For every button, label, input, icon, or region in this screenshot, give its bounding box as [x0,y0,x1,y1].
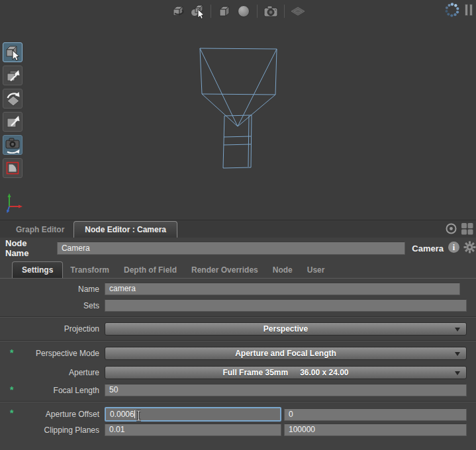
clipping-far-input[interactable]: 100000 [284,424,467,436]
tab-graph-editor[interactable]: Graph Editor [7,222,73,238]
tab-node[interactable]: Node [265,263,300,278]
aperture-dropdown[interactable]: Full Frame 35mm 36.00 x 24.00 [105,366,467,379]
sphere-icon[interactable] [236,3,252,19]
camera-orbit-tool[interactable] [3,135,23,155]
camera-icon[interactable] [263,3,279,19]
info-icon[interactable]: i [448,241,460,256]
node-type-label: Camera [412,244,444,253]
clipping-planes-label: Clipping Planes [0,426,99,435]
row-aperture: Aperture Full Frame 35mm 36.00 x 24.00 [0,366,476,379]
projection-dropdown[interactable]: Perspective [105,322,467,336]
plane-icon[interactable] [290,3,306,19]
node-name-label: Node Name [5,238,52,258]
tab-settings[interactable]: Settings [12,261,63,278]
row-projection: Projection Perspective [0,322,476,336]
toolbar-divider [284,5,285,18]
status-corner [444,2,473,21]
node-name-input[interactable]: Camera [57,242,405,255]
pause-icon[interactable] [464,3,473,19]
separator [0,316,476,318]
chevron-down-icon [455,371,460,375]
name-label: Name [0,285,99,294]
top-toolbar [0,1,476,21]
separator [0,401,476,402]
select-tool[interactable] [3,42,23,62]
focal-length-label: Focal Length [0,386,99,395]
tab-node-editor[interactable]: Node Editor : Camera [73,221,177,238]
select-objects-icon[interactable] [189,3,205,19]
focal-length-input[interactable]: 50 [105,384,467,396]
clipping-near-input[interactable]: 0.01 [105,424,281,436]
render-region-tool[interactable] [3,158,23,178]
row-clipping-planes: Clipping Planes 0.01 100000 [0,424,476,436]
rotate-tool[interactable] [3,89,23,109]
sets-label: Sets [0,301,99,310]
projection-value: Perspective [263,324,308,334]
aperture-offset-label: Aperture Offset [0,410,99,419]
toolbar-divider [211,5,211,18]
tab-transform[interactable]: Transform [63,263,117,278]
panel-tab-bar: Graph Editor Node Editor : Camera [0,220,476,238]
node-editor-panel: Graph Editor Node Editor : Camera Node N… [0,220,476,450]
cube-orbit-icon[interactable] [170,3,186,19]
row-aperture-offset: * Aperture Offset 0.0006 0 [0,407,476,422]
scale-tool[interactable] [3,112,23,132]
grid-icon[interactable] [461,222,473,238]
viewport-3d[interactable] [0,0,476,220]
toolbar-divider [257,5,258,18]
target-icon[interactable] [445,222,457,238]
perspective-mode-dropdown[interactable]: Aperture and Focal Length [105,347,467,360]
row-sets: Sets [0,299,476,312]
tab-user[interactable]: User [300,263,332,278]
row-name: Name camera [0,283,476,295]
separator [0,340,476,341]
node-name-row: Node Name Camera Camera i [0,238,476,259]
perspective-mode-label: Perspective Mode [0,349,99,358]
sets-input[interactable] [105,299,467,312]
aperture-offset-x-input[interactable]: 0.0006 [105,407,281,422]
aperture-offset-y-input[interactable]: 0 [284,408,467,421]
aperture-offset-x-value: 0.0006 [110,410,134,419]
translate-tool[interactable] [3,66,23,85]
animated-marker: * [10,408,13,418]
aperture-size-value: 36.00 x 24.00 [300,368,348,377]
projection-label: Projection [0,324,99,334]
tool-sidebar [3,42,23,178]
chevron-down-icon [455,328,460,332]
aperture-preset-value: Full Frame 35mm [222,368,288,377]
settings-form: Name camera Sets Projection Perspective … [0,279,476,436]
gear-icon[interactable] [463,241,476,256]
row-perspective-mode: * Perspective Mode Aperture and Focal Le… [0,347,476,360]
row-focal-length: * Focal Length 50 [0,384,476,396]
cube-icon[interactable] [216,3,232,19]
animated-marker: * [10,347,13,358]
perspective-mode-value: Aperture and Focal Length [235,349,336,358]
aperture-label: Aperture [0,368,99,377]
tab-depth-of-field[interactable]: Depth of Field [117,263,184,278]
camera-wireframe [185,40,291,172]
chevron-down-icon [455,352,460,356]
animated-marker: * [10,384,13,395]
section-tab-bar: Settings Transform Depth of Field Render… [0,259,476,279]
axis-gizmo-icon [3,190,30,216]
tab-render-overrides[interactable]: Render Overrides [184,263,265,278]
loading-spinner-icon [444,2,460,21]
name-input[interactable]: camera [105,283,460,295]
